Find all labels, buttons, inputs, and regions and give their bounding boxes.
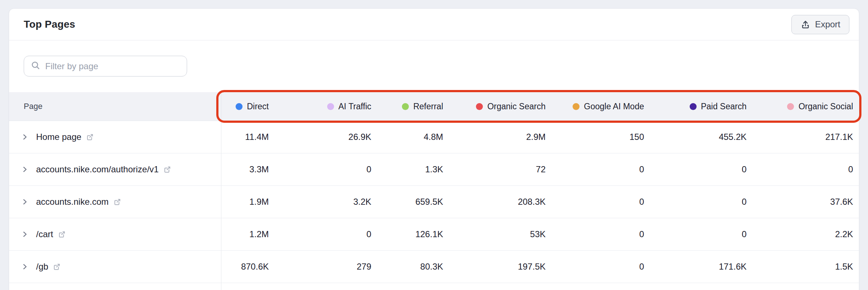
chevron-right-icon[interactable] bbox=[21, 263, 29, 271]
partial-page-cell bbox=[9, 283, 221, 290]
value-cell: 0 bbox=[546, 197, 644, 207]
channel-legend: Direct AI Traffic Referral Organic Searc… bbox=[221, 92, 859, 121]
value-cell: 870.6K bbox=[221, 262, 269, 272]
page-name: /cart bbox=[36, 229, 53, 239]
export-button-label: Export bbox=[815, 19, 840, 30]
value-cell: 1.2M bbox=[221, 229, 269, 239]
table-row: /gb 870.6K27980.3K197.5K0171.6K1.5K bbox=[9, 251, 859, 283]
chevron-right-icon[interactable] bbox=[21, 165, 29, 173]
channel-column-header[interactable]: Organic Social bbox=[747, 92, 853, 121]
value-cell: 80.3K bbox=[371, 262, 443, 272]
chevron-right-icon[interactable] bbox=[21, 198, 29, 206]
value-cell: 279 bbox=[269, 262, 371, 272]
external-link-icon[interactable] bbox=[58, 230, 66, 239]
page-name: /gb bbox=[36, 262, 48, 272]
channel-column-header[interactable]: AI Traffic bbox=[269, 92, 371, 121]
value-cell: 455.2K bbox=[644, 132, 747, 142]
value-cell: 2.2K bbox=[747, 229, 853, 239]
value-cell: 126.1K bbox=[371, 229, 443, 239]
value-cell: 217.1K bbox=[747, 132, 853, 142]
chevron-right-icon[interactable] bbox=[21, 133, 29, 141]
page-cell: /cart bbox=[9, 218, 221, 250]
export-button[interactable]: Export bbox=[791, 15, 849, 34]
table-row: accounts.nike.com 1.9M3.2K659.5K208.3K00… bbox=[9, 186, 859, 218]
value-cell: 26.9K bbox=[269, 132, 371, 142]
value-cell: 72 bbox=[443, 164, 546, 175]
value-cell: 0 bbox=[644, 197, 747, 207]
filter-section bbox=[9, 40, 859, 77]
value-cell: 1.5K bbox=[747, 262, 853, 272]
value-cell: 0 bbox=[644, 164, 747, 175]
value-cell: 37.6K bbox=[747, 197, 853, 207]
external-link-icon[interactable] bbox=[163, 165, 171, 174]
channel-label: AI Traffic bbox=[338, 102, 371, 111]
external-link-icon[interactable] bbox=[86, 133, 94, 141]
value-cell: 1.9M bbox=[221, 197, 269, 207]
page-title: Top Pages bbox=[24, 19, 75, 30]
channel-label: Paid Search bbox=[701, 102, 747, 111]
channel-column-header[interactable]: Referral bbox=[371, 92, 443, 121]
value-cell: 0 bbox=[269, 229, 371, 239]
value-cell: 3.2K bbox=[269, 197, 371, 207]
value-cell: 2.9M bbox=[443, 132, 546, 142]
channel-label: Direct bbox=[247, 102, 269, 111]
external-link-icon[interactable] bbox=[113, 198, 121, 206]
channel-label: Organic Social bbox=[798, 102, 853, 111]
table-row: Home page 11.4M26.9K4.8M2.9M150455.2K217… bbox=[9, 121, 859, 153]
channel-color-dot bbox=[787, 103, 794, 110]
external-link-icon[interactable] bbox=[53, 263, 61, 271]
value-cell: 150 bbox=[546, 132, 644, 142]
page-name: Home page bbox=[36, 132, 81, 142]
channel-color-dot bbox=[476, 103, 483, 110]
card-header: Top Pages Export bbox=[9, 9, 859, 40]
page-column-header: Page bbox=[9, 92, 221, 121]
value-cell: 0 bbox=[747, 164, 853, 175]
column-header-row: Page Direct AI Traffic Referral Organic … bbox=[9, 92, 859, 121]
filter-box bbox=[24, 56, 187, 77]
value-cell: 11.4M bbox=[221, 132, 269, 142]
channel-column-header[interactable]: Paid Search bbox=[644, 92, 747, 121]
channel-column-header[interactable]: Direct bbox=[221, 92, 269, 121]
page-name: accounts.nike.com bbox=[36, 197, 109, 207]
top-pages-card: Top Pages Export bbox=[9, 8, 859, 290]
channel-color-dot bbox=[402, 103, 409, 110]
partial-grid bbox=[221, 283, 859, 290]
chevron-right-icon[interactable] bbox=[21, 230, 29, 238]
page-name: accounts.nike.com/authorize/v1 bbox=[36, 164, 159, 175]
channel-color-dot bbox=[236, 103, 243, 110]
value-cell: 0 bbox=[644, 229, 747, 239]
value-cell: 53K bbox=[443, 229, 546, 239]
channel-color-dot bbox=[573, 103, 580, 110]
table-row: accounts.nike.com/authorize/v1 3.3M01.3K… bbox=[9, 153, 859, 186]
value-cell: 659.5K bbox=[371, 197, 443, 207]
value-cell: 4.8M bbox=[371, 132, 443, 142]
page-cell: /gb bbox=[9, 251, 221, 283]
value-cell: 0 bbox=[269, 164, 371, 175]
top-pages-table: Page Direct AI Traffic Referral Organic … bbox=[9, 92, 859, 290]
channel-label: Referral bbox=[413, 102, 443, 111]
channel-column-header[interactable]: Google AI Mode bbox=[546, 92, 644, 121]
value-cell: 0 bbox=[546, 229, 644, 239]
channel-column-header[interactable]: Organic Search bbox=[443, 92, 546, 121]
channel-label: Organic Search bbox=[487, 102, 546, 111]
channel-label: Google AI Mode bbox=[584, 102, 644, 111]
value-cell: 1.3K bbox=[371, 164, 443, 175]
value-cell: 0 bbox=[546, 262, 644, 272]
value-cell: 171.6K bbox=[644, 262, 747, 272]
channel-color-dot bbox=[690, 103, 697, 110]
page-cell: accounts.nike.com bbox=[9, 186, 221, 218]
filter-input[interactable] bbox=[45, 61, 180, 71]
value-cell: 197.5K bbox=[443, 262, 546, 272]
channel-color-dot bbox=[327, 103, 334, 110]
table-row: /cart 1.2M0126.1K53K002.2K bbox=[9, 218, 859, 251]
value-cell: 208.3K bbox=[443, 197, 546, 207]
search-icon bbox=[31, 60, 40, 72]
page-cell: Home page bbox=[9, 121, 221, 153]
page-cell: accounts.nike.com/authorize/v1 bbox=[9, 153, 221, 185]
value-cell: 0 bbox=[546, 164, 644, 175]
partial-next-row bbox=[9, 283, 859, 290]
value-cell: 3.3M bbox=[221, 164, 269, 175]
upload-icon bbox=[801, 20, 810, 30]
